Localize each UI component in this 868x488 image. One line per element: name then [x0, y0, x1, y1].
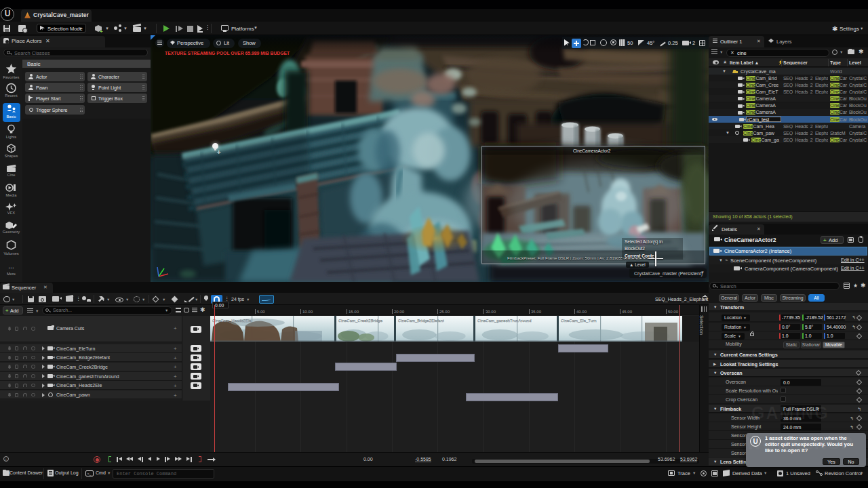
svg-text:Geometry: Geometry — [3, 230, 20, 234]
svg-text:Cine: Cine — [7, 173, 16, 177]
svg-text:CineCam_Bridge2Elefant: CineCam_Bridge2Elefant — [398, 319, 444, 323]
svg-text:CineCam_Ele_Turn: CineCam_Ele_Turn — [561, 319, 596, 323]
svg-text:CineCam_Creek2Bridge: CineCam_Creek2Bridge — [338, 319, 383, 323]
svg-text:...: ... — [8, 262, 14, 270]
svg-text:Media: Media — [6, 193, 18, 197]
svg-text:Volumes: Volumes — [3, 251, 18, 256]
svg-text:CineCam_Heads2Ele: CineCam_Heads2Ele — [212, 319, 252, 323]
svg-text:Lights: Lights — [6, 135, 17, 139]
svg-text:VFX: VFX — [7, 211, 15, 215]
svg-text:More: More — [7, 272, 16, 276]
svg-text:Favorites: Favorites — [3, 75, 20, 79]
svg-text:CineCam_ganeshTrunAround: CineCam_ganeshTrunAround — [477, 319, 532, 323]
svg-text:Recent: Recent — [5, 94, 18, 98]
svg-text:Basic: Basic — [6, 115, 16, 119]
svg-text:Shapes: Shapes — [5, 154, 18, 158]
